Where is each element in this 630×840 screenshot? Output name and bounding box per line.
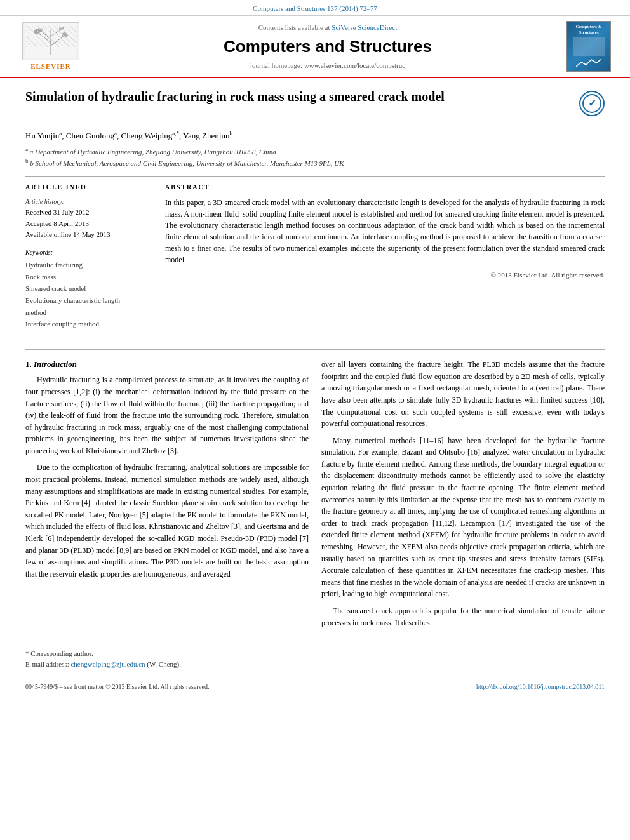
svg-point-9 — [59, 27, 64, 30]
journal-volume-info: Computers and Structures 137 (2014) 72–7… — [253, 4, 377, 12]
publisher-logo-area: ELSEVIER — [13, 22, 89, 71]
keyword-4: Evolutionary characteristic length metho… — [25, 295, 142, 318]
article-history: Article history: Received 31 July 2012 A… — [25, 197, 142, 241]
journal-cover-thumbnail: Computers & Structures — [566, 21, 611, 72]
section1-para1: Hydraulic fracturing is a complicated pr… — [25, 374, 309, 457]
history-label: Article history: — [25, 197, 142, 207]
abstract-text: In this paper, a 3D smeared crack model … — [165, 197, 605, 265]
keyword-3: Smeared crack model — [25, 283, 142, 295]
svg-point-8 — [37, 28, 43, 32]
section1-heading: 1. Introduction — [25, 359, 309, 370]
info-abstract-layout: ARTICLE INFO Article history: Received 3… — [25, 176, 605, 338]
email-label: E-mail address: — [25, 660, 69, 668]
svg-line-3 — [51, 36, 64, 46]
corresponding-label: * Corresponding author. — [25, 650, 93, 657]
section1-title: Introduction — [34, 359, 77, 369]
svg-point-6 — [34, 29, 40, 34]
abstract-heading: ABSTRACT — [165, 183, 605, 192]
affiliation-b: b b School of Mechanical, Aerospace and … — [25, 157, 605, 168]
homepage-url: www.elsevier.com/locate/compstruc — [304, 62, 405, 69]
body-left-column: 1. Introduction Hydraulic fracturing is … — [25, 359, 309, 634]
body-right-para1: over all layers containing the fracture … — [321, 359, 605, 430]
copyright-line: © 2013 Elsevier Ltd. All rights reserved… — [165, 270, 605, 280]
article-footer: * Corresponding author. E-mail address: … — [25, 644, 605, 691]
affiliations: a a Department of Hydraulic Engineering,… — [25, 145, 605, 168]
elsevier-logo: ELSEVIER — [13, 22, 89, 71]
abstract-column: ABSTRACT In this paper, a 3D smeared cra… — [165, 183, 605, 338]
journal-title-area: Contents lists available at SciVerse Sci… — [89, 23, 566, 70]
svg-line-4 — [41, 31, 51, 39]
issn-text: 0045-7949/$ – see front matter © 2013 El… — [25, 683, 209, 691]
sciverse-notice: Contents lists available at SciVerse Sci… — [89, 23, 566, 32]
journal-top-bar: Computers and Structures 137 (2014) 72–7… — [0, 0, 630, 16]
section1-para2: Due to the complication of hydraulic fra… — [25, 462, 309, 580]
article-title: Simulation of hydraulic fracturing in ro… — [25, 88, 579, 105]
elsevier-logo-image — [22, 22, 79, 60]
svg-line-5 — [51, 30, 60, 36]
keyword-2: Rock mass — [25, 271, 142, 283]
doi-link[interactable]: http://dx.doi.org/10.1016/j.compstruc.20… — [476, 683, 605, 691]
email-note: E-mail address: chengweiping@zju.edu.cn … — [25, 659, 605, 670]
sciverse-link[interactable]: SciVerse ScienceDirect — [332, 23, 397, 31]
article-container: Simulation of hydraulic fracturing in ro… — [0, 78, 630, 704]
bottom-bar: 0045-7949/$ – see front matter © 2013 El… — [25, 677, 605, 691]
keyword-5: Interface coupling method — [25, 318, 142, 330]
elsevier-text: ELSEVIER — [30, 62, 71, 71]
keywords-section: Keywords: Hydraulic fracturing Rock mass… — [25, 248, 142, 330]
article-title-section: Simulation of hydraulic fracturing in ro… — [25, 88, 605, 123]
journal-header: ELSEVIER Contents lists available at Sci… — [0, 16, 630, 78]
article-info-column: ARTICLE INFO Article history: Received 3… — [25, 183, 152, 338]
corresponding-author-note: * Corresponding author. — [25, 648, 605, 659]
keywords-label: Keywords: — [25, 248, 142, 257]
body-right-column: over all layers containing the fracture … — [321, 359, 605, 634]
email-suffix: (W. Cheng). — [147, 660, 181, 668]
journal-main-title: Computers and Structures — [89, 35, 566, 58]
email-link[interactable]: chengweiping@zju.edu.cn — [70, 660, 145, 668]
crossmark-badge[interactable]: ✓ — [579, 91, 605, 116]
article-info-heading: ARTICLE INFO — [25, 183, 142, 192]
affiliation-a: a a Department of Hydraulic Engineering,… — [25, 145, 605, 157]
available-date: Available online 14 May 2013 — [25, 229, 142, 241]
svg-point-7 — [62, 32, 68, 37]
keyword-1: Hydraulic fracturing — [25, 259, 142, 271]
svg-text:✓: ✓ — [588, 98, 596, 109]
body-right-para3: The smeared crack approach is popular fo… — [321, 605, 605, 629]
article-body: 1. Introduction Hydraulic fracturing is … — [25, 349, 605, 634]
authors-line: Hu Yunjina, Chen Guolonga, Cheng Weiping… — [25, 130, 605, 142]
accepted-date: Accepted 8 April 2013 — [25, 218, 142, 230]
journal-homepage: journal homepage: www.elsevier.com/locat… — [89, 61, 566, 70]
received-date: Received 31 July 2012 — [25, 207, 142, 218]
journal-cover-area: Computers & Structures — [566, 21, 617, 72]
body-right-para2: Many numerical methods [11–16] have been… — [321, 435, 605, 600]
svg-line-2 — [38, 33, 51, 43]
